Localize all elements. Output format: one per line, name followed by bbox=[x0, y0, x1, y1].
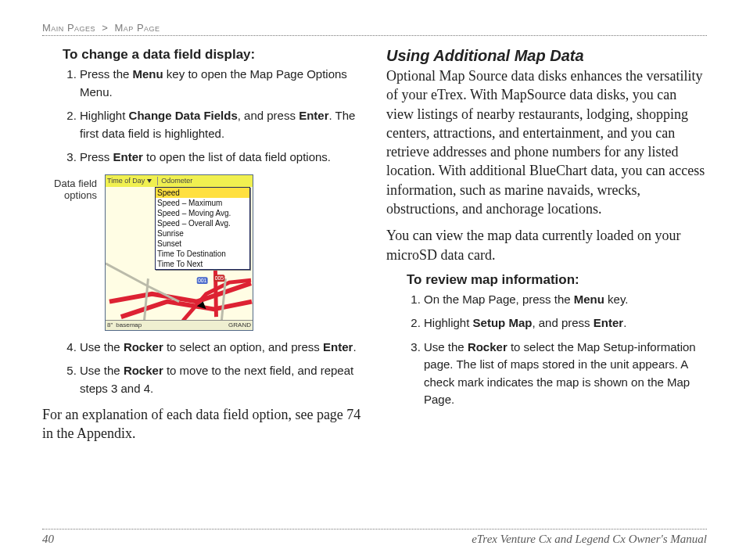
breadcrumb-sep: > bbox=[99, 22, 111, 34]
right-para-2: You can view the map data currently load… bbox=[386, 226, 707, 264]
device-option: Sunrise bbox=[156, 228, 249, 239]
right-step-1: On the Map Page, press the Menu key. bbox=[424, 291, 707, 309]
device-header: Time of Day Odometer bbox=[106, 175, 253, 188]
device-option: Speed – Overall Avg. bbox=[156, 218, 249, 228]
device-hdr-left: Time of Day bbox=[107, 177, 145, 185]
manual-title: eTrex Venture Cx and Legend Cx Owner's M… bbox=[472, 533, 707, 546]
device-status-left: 8" bbox=[107, 321, 113, 328]
left-steps: Press the Menu key to open the Map Page … bbox=[63, 66, 363, 167]
left-step-2: Highlight Change Data Fields, and press … bbox=[80, 107, 363, 142]
device-hdr-right: Odometer bbox=[161, 177, 192, 185]
header-divider bbox=[42, 35, 707, 36]
left-step-3: Press Enter to open the list of data fie… bbox=[80, 149, 363, 167]
breadcrumb: Main Pages > Map Page bbox=[42, 22, 707, 34]
left-tail-para: For an explanation of each data field op… bbox=[42, 405, 363, 443]
svg-text:001: 001 bbox=[198, 278, 207, 283]
device-status-right: GRAND bbox=[228, 321, 251, 328]
right-heading2: To review map information: bbox=[407, 272, 707, 288]
right-steps: On the Map Page, press the Menu key. Hig… bbox=[407, 291, 707, 409]
device-statusbar: 8" basemap GRAND bbox=[106, 320, 253, 330]
device-screenshot: Time of Day Odometer bbox=[105, 174, 253, 331]
page-footer: 40 eTrex Venture Cx and Legend Cx Owner'… bbox=[42, 529, 707, 546]
right-step-3: Use the Rocker to select the Map Setup-i… bbox=[424, 339, 707, 409]
svg-text:005: 005 bbox=[215, 275, 224, 281]
device-dropdown: Speed Speed – Maximum Speed – Moving Avg… bbox=[155, 187, 250, 270]
left-steps-cont: Use the Rocker to select an option, and … bbox=[63, 339, 363, 398]
device-option: Speed – Moving Avg. bbox=[156, 208, 249, 218]
left-step-4: Use the Rocker to select an option, and … bbox=[80, 339, 363, 357]
device-option: Speed – Maximum bbox=[156, 198, 249, 208]
right-step-2: Highlight Setup Map, and press Enter. bbox=[424, 314, 707, 332]
left-heading: To change a data field display: bbox=[63, 47, 363, 63]
device-option: Speed bbox=[156, 188, 249, 198]
right-para-1: Optional Map Source data disks enhances … bbox=[386, 66, 707, 218]
left-step-5: Use the Rocker to move to the next field… bbox=[80, 362, 363, 397]
device-option: Sunset bbox=[156, 239, 249, 249]
device-option: Time To Next bbox=[156, 259, 249, 269]
dropdown-arrow-icon bbox=[147, 179, 152, 183]
device-option: Time To Destination bbox=[156, 249, 249, 259]
breadcrumb-a: Main Pages bbox=[42, 22, 95, 34]
page-number: 40 bbox=[42, 533, 54, 546]
device-caption: Data field options bbox=[42, 174, 97, 202]
device-status-mid: basemap bbox=[113, 321, 228, 328]
left-step-1: Press the Menu key to open the Map Page … bbox=[80, 66, 363, 101]
breadcrumb-b: Map Page bbox=[114, 22, 160, 34]
right-subhead: Using Additional Map Data bbox=[386, 47, 707, 65]
